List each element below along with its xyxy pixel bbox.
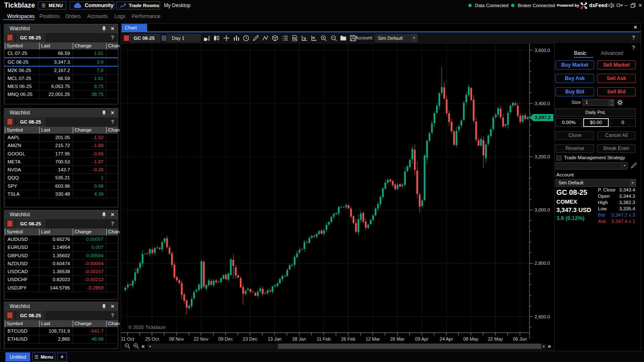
menu-button[interactable]: ☰ MENU: [38, 1, 66, 10]
reverse-button[interactable]: Reverse: [556, 144, 594, 153]
column-separator[interactable]: [73, 229, 73, 235]
watchlist-row-usdchf[interactable]: USDCHF0.82023-0.00212: [5, 276, 118, 284]
buy-market-button[interactable]: Buy Market: [556, 60, 594, 70]
column-separator[interactable]: [39, 127, 40, 133]
speaker-icon[interactable]: [608, 3, 615, 8]
scroll-right-arrow[interactable]: ▸: [542, 344, 546, 349]
symbol-color-swatch[interactable]: [7, 220, 13, 227]
scroll-to-start-chevron[interactable]: «: [141, 343, 145, 349]
column-separator[interactable]: [5, 229, 5, 235]
taskbar-menu-button[interactable]: ☰ Menu: [32, 352, 55, 362]
pnl-count-cell[interactable]: 0: [610, 118, 636, 127]
chart-symbol-field[interactable]: GC 08-25: [130, 34, 160, 42]
watchlist-row-btcusd[interactable]: BTCUSD109,731.9-541.7: [5, 327, 118, 335]
watchlist-row-gc-08-25[interactable]: GC 08-253,347.33.9: [5, 57, 118, 66]
column-header-symbol[interactable]: Symbol: [7, 127, 23, 134]
watchlist-row-mcl-07-25[interactable]: MCL 07-2566.591.61: [5, 75, 118, 83]
chart-tab-close-icon[interactable]: ✕: [634, 23, 637, 31]
candlestick-style-icon[interactable]: [213, 35, 220, 41]
column-separator[interactable]: [106, 127, 107, 133]
volume-bars-icon[interactable]: [233, 35, 240, 41]
scroll-left-arrow[interactable]: ◂: [148, 344, 152, 349]
buy-ask-button[interactable]: Buy Ask: [556, 74, 594, 83]
column-separator[interactable]: [106, 229, 107, 235]
symbol-color-swatch[interactable]: [7, 312, 13, 318]
watchlist-row-cl-07-25[interactable]: CL 07-2566.591.61: [5, 49, 118, 57]
close-button[interactable]: ✕: [637, 0, 643, 11]
timeframe-color-swatch[interactable]: [161, 35, 166, 41]
timeframe-field[interactable]: Day 1: [167, 34, 201, 42]
column-header-symbol[interactable]: Symbol: [7, 42, 23, 49]
watchlist-row-usdjpy[interactable]: USDJPY144.5795-0.2859: [5, 284, 118, 292]
account-select[interactable]: Sim Default ▼: [556, 179, 636, 187]
watchlist-help-icon[interactable]: ?: [111, 33, 114, 42]
column-header-chan[interactable]: Chan: [108, 127, 120, 134]
column-separator[interactable]: [39, 43, 40, 49]
watchlist-row-nzdusd[interactable]: NZDUSD0.60474-0.00054: [5, 260, 118, 268]
zoom-in-icon[interactable]: [320, 35, 327, 41]
symbol-selector-field[interactable]: GC 08-25: [16, 219, 46, 228]
column-separator[interactable]: [5, 321, 5, 327]
column-header-symbol[interactable]: Symbol: [7, 320, 23, 327]
chart-tab[interactable]: Chart: [122, 24, 147, 31]
trade-rooms-button[interactable]: Trade Rooms: [116, 1, 160, 10]
cancel-all-button[interactable]: Cancel All: [597, 131, 636, 140]
nav-tab-orders[interactable]: Orders: [65, 11, 81, 22]
column-header-change[interactable]: Change: [75, 127, 91, 134]
nav-tab-positions[interactable]: Positions: [39, 11, 60, 22]
watchlist-row-googl[interactable]: GOOGL177.95-0.65: [5, 150, 118, 158]
instrument-color-swatch[interactable]: [124, 35, 129, 41]
close-icon[interactable]: ✕: [111, 210, 114, 219]
pnl-percent-cell[interactable]: 0.00%: [556, 118, 582, 127]
column-separator[interactable]: [5, 127, 5, 133]
buy-bid-button[interactable]: Buy Bid: [556, 87, 594, 96]
pin-icon[interactable]: [101, 26, 106, 31]
column-header-last[interactable]: Last: [41, 127, 50, 134]
minimize-button[interactable]: –: [623, 0, 629, 11]
pin-icon[interactable]: [101, 110, 106, 116]
break-even-button[interactable]: Break Even: [597, 144, 636, 153]
watchlist-row-spy[interactable]: SPY603.960.98: [5, 182, 118, 190]
watchlist-row-qqq[interactable]: QQQ535.211: [5, 174, 118, 182]
symbol-selector-field[interactable]: GC 08-25: [16, 117, 46, 127]
size-input[interactable]: 1: [582, 99, 609, 106]
tab-basic[interactable]: Basic: [574, 50, 586, 56]
close-icon[interactable]: ✕: [111, 109, 114, 117]
column-separator[interactable]: [39, 321, 40, 327]
add-workspace-button[interactable]: +: [57, 352, 67, 362]
folder-open-icon[interactable]: [340, 35, 347, 41]
pin-icon[interactable]: [101, 212, 106, 217]
trade-panel-help-icon[interactable]: ?: [632, 45, 635, 51]
sell-ask-button[interactable]: Sell Ask: [597, 74, 636, 83]
column-header-change[interactable]: Change: [75, 320, 91, 327]
symbol-color-swatch[interactable]: [7, 119, 13, 125]
nav-tab-accounts[interactable]: Accounts: [87, 11, 108, 22]
column-separator[interactable]: [106, 321, 107, 327]
watchlist-help-icon[interactable]: ?: [111, 219, 114, 228]
toolbar-account-dropdown-arrow[interactable]: ▼: [410, 34, 418, 42]
size-increment-arrow[interactable]: ▲: [609, 99, 615, 103]
cube-3d-icon[interactable]: [272, 35, 278, 41]
axis-scale-x-icon[interactable]: [301, 35, 308, 41]
watchlist-row-eurusd[interactable]: EURUSD1.149540.007: [5, 243, 118, 251]
symbol-selector-field[interactable]: GC 08-25: [16, 311, 46, 320]
pin-icon[interactable]: [101, 304, 106, 309]
watchlist-row-gbpusd[interactable]: GBPUSD1.356020.00584: [5, 252, 118, 260]
watchlist-row-mnq-06-25[interactable]: MNQ 06-2522,001.2538.75: [5, 90, 118, 98]
column-separator[interactable]: [73, 43, 73, 49]
watchlist-help-icon[interactable]: ?: [111, 311, 114, 320]
watchlist-row-aapl[interactable]: AAPL201.05-1.62: [5, 134, 118, 142]
community-button[interactable]: Community: [70, 1, 114, 10]
column-header-change[interactable]: Change: [75, 42, 91, 49]
workspace-tab-untitled[interactable]: Untitled: [5, 352, 30, 362]
zoom-out-icon[interactable]: [330, 35, 337, 41]
watchlist-help-icon[interactable]: ?: [111, 117, 114, 127]
close-position-button[interactable]: Close: [556, 131, 594, 140]
strategy-edit-pencil-icon[interactable]: [631, 163, 637, 168]
column-separator[interactable]: [73, 321, 73, 327]
trade-management-checkbox[interactable]: [556, 155, 561, 160]
toolbar-help-icon[interactable]: ?: [632, 32, 635, 44]
watchlist-row-usdcad[interactable]: USDCAD1.36538-0.00157: [5, 268, 118, 276]
draw-pencil-icon[interactable]: [252, 35, 259, 41]
close-icon[interactable]: ✕: [111, 24, 114, 33]
